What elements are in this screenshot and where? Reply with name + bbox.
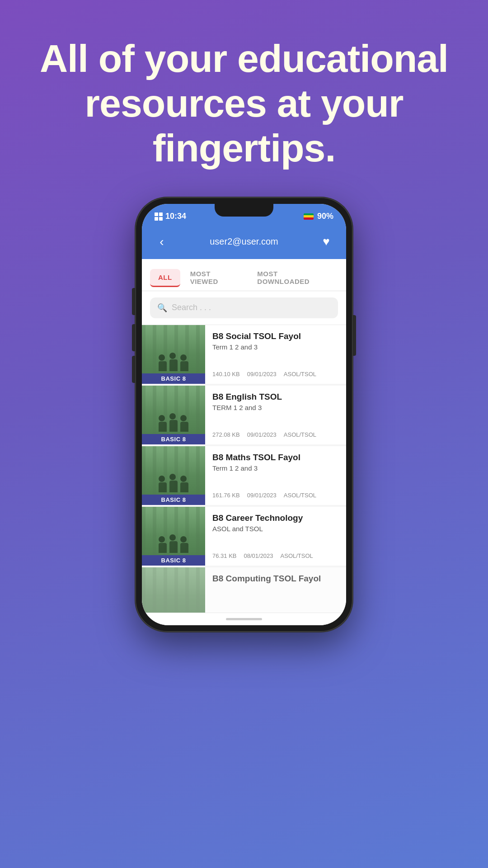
file-date: 08/01/2023 <box>244 552 273 559</box>
resource-info: B8 English TSOL TERM 1 2 and 3 272.08 KB… <box>205 386 346 444</box>
status-right: 90% <box>304 212 333 221</box>
thumb-image <box>142 567 205 613</box>
file-size: 161.76 KB <box>212 492 240 499</box>
flag-icon <box>304 213 314 220</box>
thumb-label: BASIC 8 <box>142 555 205 566</box>
phone-mockup: 10:34 90% ‹ user2@user.com <box>0 198 488 632</box>
resource-meta: 140.10 KB 09/01/2023 ASOL/TSOL <box>212 371 339 377</box>
hero-section: All of your educational resources at you… <box>0 0 488 189</box>
app-header: ‹ user2@user.com ♥ <box>142 227 346 259</box>
resource-title: B8 Maths TSOL Fayol <box>212 453 339 462</box>
favorites-button[interactable]: ♥ <box>317 233 335 251</box>
resource-item[interactable]: BASIC 8 B8 Computing TSOL Fayol <box>142 567 346 613</box>
resource-item[interactable]: BASIC 8 B8 Social TSOL Fayol Term 1 2 an… <box>142 325 346 384</box>
tab-most-viewed[interactable]: MOST VIEWED <box>182 265 248 291</box>
resource-item[interactable]: BASIC 8 B8 Career Technology ASOL and TS… <box>142 507 346 566</box>
file-category: ASOL/TSOL <box>281 552 313 559</box>
phone-screen: 10:34 90% ‹ user2@user.com <box>142 204 346 625</box>
file-date: 09/01/2023 <box>247 492 277 499</box>
resource-meta: 76.31 KB 08/01/2023 ASOL/TSOL <box>212 552 339 559</box>
resource-title: B8 Social TSOL Fayol <box>212 331 339 341</box>
resource-subtitle: TERM 1 2 and 3 <box>212 404 339 411</box>
file-size: 272.08 KB <box>212 431 240 438</box>
resource-info: B8 Maths TSOL Fayol Term 1 2 and 3 161.7… <box>205 446 346 505</box>
resource-meta: 161.76 KB 09/01/2023 ASOL/TSOL <box>212 492 339 499</box>
user-email: user2@user.com <box>210 236 278 247</box>
resource-title: B8 Career Technology <box>212 513 339 523</box>
heart-icon: ♥ <box>323 235 329 249</box>
hero-title: All of your educational resources at you… <box>27 36 461 170</box>
notch <box>215 204 273 217</box>
back-icon: ‹ <box>160 235 164 249</box>
thumb-label: BASIC 8 <box>142 434 205 444</box>
file-category: ASOL/TSOL <box>284 431 316 438</box>
tab-most-downloaded[interactable]: MOST DOWNLOADED <box>249 265 338 291</box>
search-container: 🔍 Search . . . <box>142 291 346 325</box>
resource-thumbnail: BASIC 8 <box>142 567 205 613</box>
file-size: 76.31 KB <box>212 552 237 559</box>
file-size: 140.10 KB <box>212 371 240 377</box>
file-date: 09/01/2023 <box>247 371 277 377</box>
resource-thumbnail: BASIC 8 <box>142 386 205 444</box>
status-bar: 10:34 90% <box>142 204 346 227</box>
resource-info: B8 Social TSOL Fayol Term 1 2 and 3 140.… <box>205 325 346 384</box>
file-date: 09/01/2023 <box>247 431 277 438</box>
resource-thumbnail: BASIC 8 <box>142 325 205 384</box>
status-left: 10:34 <box>155 212 186 221</box>
search-bar[interactable]: 🔍 Search . . . <box>150 297 338 318</box>
resource-subtitle: Term 1 2 and 3 <box>212 343 339 351</box>
resource-thumbnail: BASIC 8 <box>142 446 205 505</box>
status-time: 10:34 <box>165 212 186 221</box>
resource-list: BASIC 8 B8 Social TSOL Fayol Term 1 2 an… <box>142 325 346 613</box>
home-indicator <box>226 618 262 620</box>
tabs-bar: ALL MOST VIEWED MOST DOWNLOADED <box>142 259 346 291</box>
file-category: ASOL/TSOL <box>284 371 316 377</box>
resource-subtitle: Term 1 2 and 3 <box>212 464 339 472</box>
thumb-label: BASIC 8 <box>142 373 205 384</box>
search-icon: 🔍 <box>157 303 167 313</box>
windows-icon <box>155 212 163 221</box>
thumb-label: BASIC 8 <box>142 495 205 505</box>
resource-info: B8 Computing TSOL Fayol <box>205 567 346 613</box>
resource-item[interactable]: BASIC 8 B8 Maths TSOL Fayol Term 1 2 and… <box>142 446 346 505</box>
resource-title: B8 Computing TSOL Fayol <box>212 574 339 584</box>
tab-all[interactable]: ALL <box>150 269 180 287</box>
bottom-nav <box>142 613 346 625</box>
resource-item[interactable]: BASIC 8 B8 English TSOL TERM 1 2 and 3 2… <box>142 386 346 444</box>
back-button[interactable]: ‹ <box>153 233 171 251</box>
resource-title: B8 English TSOL <box>212 392 339 402</box>
search-placeholder: Search . . . <box>172 303 211 312</box>
resource-info: B8 Career Technology ASOL and TSOL 76.31… <box>205 507 346 566</box>
battery-level: 90% <box>317 212 333 221</box>
resource-thumbnail: BASIC 8 <box>142 507 205 566</box>
resource-meta: 272.08 KB 09/01/2023 ASOL/TSOL <box>212 431 339 438</box>
resource-subtitle: ASOL and TSOL <box>212 525 339 533</box>
file-category: ASOL/TSOL <box>284 492 316 499</box>
phone-body: 10:34 90% ‹ user2@user.com <box>136 198 352 632</box>
